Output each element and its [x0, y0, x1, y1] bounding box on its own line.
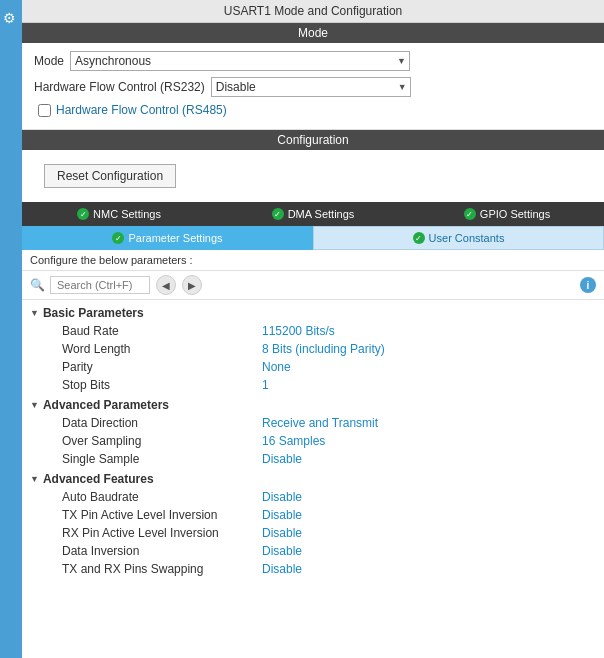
- params-area: Configure the below parameters : 🔍 ◀ ▶ i…: [22, 250, 604, 584]
- param-data-direction: Data Direction Receive and Transmit: [22, 414, 604, 432]
- word-length-value: 8 Bits (including Parity): [262, 342, 385, 356]
- tx-rx-swapping-value: Disable: [262, 562, 302, 576]
- tabs-row-1: ✓ NMC Settings ✓ DMA Settings ✓ GPIO Set…: [22, 202, 604, 226]
- word-length-label: Word Length: [62, 342, 262, 356]
- title-bar: USART1 Mode and Configuration: [22, 0, 604, 23]
- param-check-icon: ✓: [112, 232, 124, 244]
- tab-gpio-settings[interactable]: ✓ GPIO Settings: [410, 202, 604, 226]
- basic-group-label: Basic Parameters: [43, 306, 144, 320]
- nav-prev-button[interactable]: ◀: [156, 275, 176, 295]
- dma-check-icon: ✓: [272, 208, 284, 220]
- group-features-header[interactable]: ▼ Advanced Features: [22, 470, 604, 488]
- stop-bits-value: 1: [262, 378, 269, 392]
- data-inversion-label: Data Inversion: [62, 544, 262, 558]
- tabs-row-2: ✓ Parameter Settings ✓ User Constants: [22, 226, 604, 250]
- param-single-sample: Single Sample Disable: [22, 450, 604, 468]
- config-section: Reset Configuration ✓ NMC Settings ✓ DMA…: [22, 150, 604, 658]
- param-tx-level-inv: TX Pin Active Level Inversion Disable: [22, 506, 604, 524]
- features-group-label: Advanced Features: [43, 472, 154, 486]
- nmc-check-icon: ✓: [77, 208, 89, 220]
- single-sample-label: Single Sample: [62, 452, 262, 466]
- search-input[interactable]: [50, 276, 150, 294]
- param-over-sampling: Over Sampling 16 Samples: [22, 432, 604, 450]
- hw-flow-select-wrapper[interactable]: Disable: [211, 77, 411, 97]
- params-list: ▼ Basic Parameters Baud Rate 115200 Bits…: [22, 300, 604, 584]
- rx-level-inv-label: RX Pin Active Level Inversion: [62, 526, 262, 540]
- mode-row: Mode Asynchronous: [34, 51, 592, 71]
- tx-level-inv-value: Disable: [262, 508, 302, 522]
- param-word-length: Word Length 8 Bits (including Parity): [22, 340, 604, 358]
- mode-section-header: Mode: [22, 23, 604, 43]
- over-sampling-label: Over Sampling: [62, 434, 262, 448]
- tab-dma-label: DMA Settings: [288, 208, 355, 220]
- gpio-check-icon: ✓: [464, 208, 476, 220]
- hw-flow-select[interactable]: Disable: [211, 77, 411, 97]
- reset-area: Reset Configuration: [22, 150, 604, 202]
- tab-gpio-label: GPIO Settings: [480, 208, 550, 220]
- over-sampling-value: 16 Samples: [262, 434, 325, 448]
- parity-value: None: [262, 360, 291, 374]
- hw-flow-row: Hardware Flow Control (RS232) Disable: [34, 77, 592, 97]
- mode-select[interactable]: Asynchronous: [70, 51, 410, 71]
- hw485-label: Hardware Flow Control (RS485): [56, 103, 227, 117]
- rx-level-inv-value: Disable: [262, 526, 302, 540]
- search-icon: 🔍: [30, 278, 44, 292]
- tab-user-constants[interactable]: ✓ User Constants: [313, 226, 604, 250]
- mode-section: Mode Asynchronous Hardware Flow Control …: [22, 43, 604, 130]
- group-advanced-header[interactable]: ▼ Advanced Parameters: [22, 396, 604, 414]
- config-section-header: Configuration: [22, 130, 604, 150]
- stop-bits-label: Stop Bits: [62, 378, 262, 392]
- tab-user-label: User Constants: [429, 232, 505, 244]
- param-baud-rate: Baud Rate 115200 Bits/s: [22, 322, 604, 340]
- params-subtitle: Configure the below parameters :: [22, 250, 604, 271]
- tab-dma-settings[interactable]: ✓ DMA Settings: [216, 202, 410, 226]
- nav-next-button[interactable]: ▶: [182, 275, 202, 295]
- param-rx-level-inv: RX Pin Active Level Inversion Disable: [22, 524, 604, 542]
- reset-config-button[interactable]: Reset Configuration: [44, 164, 176, 188]
- advanced-triangle-icon: ▼: [30, 400, 39, 410]
- group-advanced-parameters: ▼ Advanced Parameters Data Direction Rec…: [22, 396, 604, 468]
- parity-label: Parity: [62, 360, 262, 374]
- tab-nmc-label: NMC Settings: [93, 208, 161, 220]
- user-check-icon: ✓: [413, 232, 425, 244]
- baud-rate-value: 115200 Bits/s: [262, 324, 335, 338]
- tab-parameter-settings[interactable]: ✓ Parameter Settings: [22, 226, 313, 250]
- hw485-checkbox[interactable]: [38, 104, 51, 117]
- hw-flow-label: Hardware Flow Control (RS232): [34, 80, 205, 94]
- info-icon[interactable]: i: [580, 277, 596, 293]
- basic-triangle-icon: ▼: [30, 308, 39, 318]
- group-basic-header[interactable]: ▼ Basic Parameters: [22, 304, 604, 322]
- group-advanced-features: ▼ Advanced Features Auto Baudrate Disabl…: [22, 470, 604, 578]
- left-sidebar: ⚙: [0, 0, 22, 658]
- single-sample-value: Disable: [262, 452, 302, 466]
- param-stop-bits: Stop Bits 1: [22, 376, 604, 394]
- app-container: ⚙ USART1 Mode and Configuration Mode Mod…: [0, 0, 604, 658]
- param-tx-rx-swapping: TX and RX Pins Swapping Disable: [22, 560, 604, 578]
- page-title: USART1 Mode and Configuration: [224, 4, 403, 18]
- tab-nmc-settings[interactable]: ✓ NMC Settings: [22, 202, 216, 226]
- data-direction-label: Data Direction: [62, 416, 262, 430]
- mode-label: Mode: [34, 54, 64, 68]
- main-content: USART1 Mode and Configuration Mode Mode …: [22, 0, 604, 658]
- auto-baudrate-value: Disable: [262, 490, 302, 504]
- mode-select-wrapper[interactable]: Asynchronous: [70, 51, 410, 71]
- param-auto-baudrate: Auto Baudrate Disable: [22, 488, 604, 506]
- auto-baudrate-label: Auto Baudrate: [62, 490, 262, 504]
- tx-level-inv-label: TX Pin Active Level Inversion: [62, 508, 262, 522]
- baud-rate-label: Baud Rate: [62, 324, 262, 338]
- hw485-row: Hardware Flow Control (RS485): [38, 103, 592, 117]
- param-data-inversion: Data Inversion Disable: [22, 542, 604, 560]
- gear-icon: ⚙: [3, 10, 19, 26]
- features-triangle-icon: ▼: [30, 474, 39, 484]
- data-direction-value: Receive and Transmit: [262, 416, 378, 430]
- search-row: 🔍 ◀ ▶ i: [22, 271, 604, 300]
- group-basic-parameters: ▼ Basic Parameters Baud Rate 115200 Bits…: [22, 304, 604, 394]
- data-inversion-value: Disable: [262, 544, 302, 558]
- param-parity: Parity None: [22, 358, 604, 376]
- advanced-group-label: Advanced Parameters: [43, 398, 169, 412]
- tab-param-label: Parameter Settings: [128, 232, 222, 244]
- tx-rx-swapping-label: TX and RX Pins Swapping: [62, 562, 262, 576]
